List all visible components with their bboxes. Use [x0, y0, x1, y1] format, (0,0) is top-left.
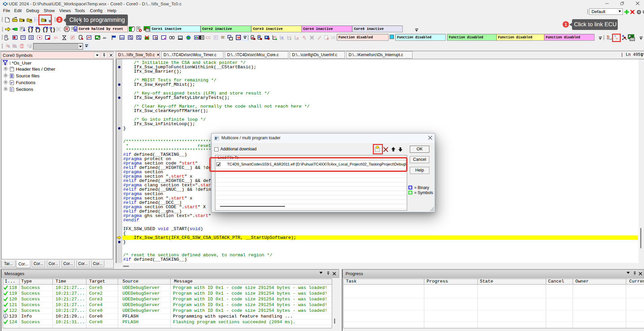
- svg-text:M: M: [13, 44, 16, 48]
- svg-text:TI: TI: [607, 35, 609, 38]
- svg-text:i: i: [5, 315, 6, 318]
- svg-text:R: R: [65, 27, 68, 32]
- svg-text:CC: CC: [206, 36, 211, 40]
- svg-text:»›: »›: [103, 36, 106, 40]
- svg-text:ox: ox: [120, 36, 124, 39]
- svg-text:UC: UC: [331, 36, 336, 40]
- svg-text:SE: SE: [237, 36, 241, 39]
- svg-text:STOP: STOP: [20, 45, 25, 47]
